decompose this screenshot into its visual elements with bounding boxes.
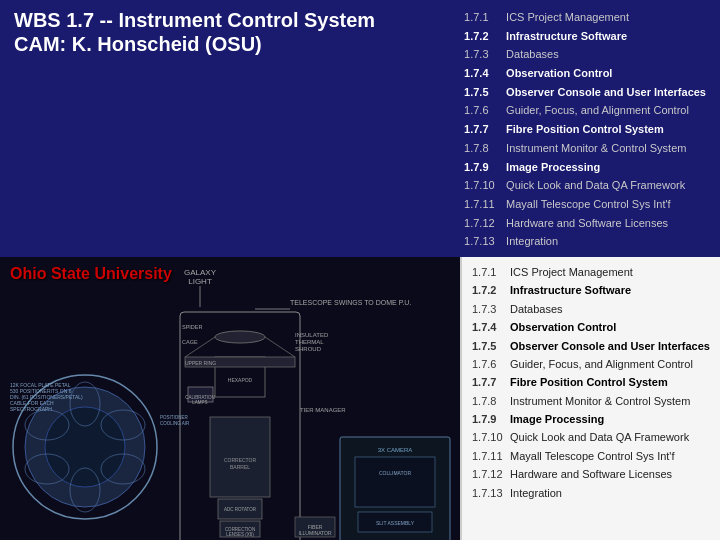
header-nav-item: 1.7.3Databases — [464, 45, 706, 64]
svg-point-21 — [215, 331, 265, 343]
nav-item-number: 1.7.4 — [472, 320, 510, 335]
title-line2: CAM: K. Honscheid (OSU) — [14, 33, 262, 55]
header-nav-item: 1.7.5Observer Console and User Interface… — [464, 83, 706, 102]
svg-text:THERMAL: THERMAL — [295, 339, 324, 345]
nav-item[interactable]: 1.7.4Observation Control — [472, 320, 710, 335]
telescope-diagram: GALAXY LIGHT 12K FOCAL PLA — [0, 257, 460, 540]
nav-item[interactable]: 1.7.10Quick Look and Data QA Framework — [472, 430, 710, 445]
svg-text:SLIT ASSEMBLY: SLIT ASSEMBLY — [376, 520, 415, 526]
main-content: Ohio State University GALAXY LIGHT — [0, 257, 720, 540]
header-nav-item: 1.7.9Image Processing — [464, 158, 706, 177]
nav-item-number: 1.7.6 — [472, 357, 510, 372]
svg-text:ILLUMINATOR: ILLUMINATOR — [298, 530, 332, 536]
svg-text:3X CAMERA: 3X CAMERA — [378, 447, 413, 453]
nav-item-number: 1.7.13 — [472, 486, 510, 501]
svg-text:TELESCOPE SWINGS TO DOME P.U.: TELESCOPE SWINGS TO DOME P.U. — [290, 299, 411, 306]
header-left: WBS 1.7 -- Instrument Control System CAM… — [14, 8, 375, 56]
svg-text:LIGHT: LIGHT — [188, 277, 212, 286]
nav-item-number: 1.7.9 — [472, 412, 510, 427]
svg-text:INSULATED: INSULATED — [295, 332, 329, 338]
nav-item-number: 1.7.2 — [472, 283, 510, 298]
nav-item-label: ICS Project Management — [510, 265, 633, 280]
header-nav-item: 1.7.1ICS Project Management — [464, 8, 706, 27]
svg-rect-55 — [355, 457, 435, 507]
header: WBS 1.7 -- Instrument Control System CAM… — [0, 0, 720, 257]
svg-text:COOLING AIR: COOLING AIR — [160, 421, 190, 426]
header-nav-item: 1.7.7Fibre Position Control System — [464, 120, 706, 139]
nav-item-number: 1.7.1 — [472, 265, 510, 280]
nav-item-label: Databases — [510, 302, 563, 317]
nav-item-number: 1.7.7 — [472, 375, 510, 390]
nav-item-label: Image Processing — [510, 412, 604, 427]
nav-item[interactable]: 1.7.3Databases — [472, 302, 710, 317]
svg-text:TIER MANAGER: TIER MANAGER — [300, 407, 346, 413]
header-nav-item: 1.7.10Quick Look and Data QA Framework — [464, 176, 706, 195]
header-nav-item: 1.7.12Hardware and Software Licenses — [464, 214, 706, 233]
nav-item-label: Infrastructure Software — [510, 283, 631, 298]
header-nav-item: 1.7.13Integration — [464, 232, 706, 251]
svg-text:UPPER RING: UPPER RING — [185, 360, 216, 366]
osu-label: Ohio State University — [10, 265, 172, 283]
header-nav-summary: 1.7.1ICS Project Management1.7.2Infrastr… — [464, 8, 706, 251]
nav-item-label: Instrument Monitor & Control System — [510, 394, 690, 409]
svg-text:CAGE: CAGE — [182, 339, 198, 345]
svg-text:COLLIMATOR: COLLIMATOR — [379, 470, 411, 476]
nav-item[interactable]: 1.7.9Image Processing — [472, 412, 710, 427]
nav-item-label: Quick Look and Data QA Framework — [510, 430, 689, 445]
nav-item[interactable]: 1.7.1ICS Project Management — [472, 265, 710, 280]
nav-item-number: 1.7.10 — [472, 430, 510, 445]
diagram-panel: Ohio State University GALAXY LIGHT — [0, 257, 460, 540]
svg-text:HEXAPOD: HEXAPOD — [228, 377, 253, 383]
nav-item-label: Hardware and Software Licenses — [510, 467, 672, 482]
nav-item-label: Guider, Focus, and Alignment Control — [510, 357, 693, 372]
nav-item-label: Integration — [510, 486, 562, 501]
nav-item[interactable]: 1.7.12Hardware and Software Licenses — [472, 467, 710, 482]
nav-item[interactable]: 1.7.5Observer Console and User Interface… — [472, 339, 710, 354]
header-nav-item: 1.7.8Instrument Monitor & Control System — [464, 139, 706, 158]
header-nav-item: 1.7.4Observation Control — [464, 64, 706, 83]
nav-item[interactable]: 1.7.7Fibre Position Control System — [472, 375, 710, 390]
svg-text:SHROUD: SHROUD — [295, 346, 322, 352]
header-nav-item: 1.7.2Infrastructure Software — [464, 27, 706, 46]
navigation-panel: 1.7.1ICS Project Management1.7.2Infrastr… — [460, 257, 720, 540]
svg-text:CORRECTOR: CORRECTOR — [224, 457, 257, 463]
svg-point-6 — [45, 407, 125, 487]
header-nav-item: 1.7.6Guider, Focus, and Alignment Contro… — [464, 101, 706, 120]
svg-text:SPECTROGRAPH: SPECTROGRAPH — [10, 406, 52, 412]
nav-item-label: Observer Console and User Interfaces — [510, 339, 710, 354]
svg-text:LENSES (X6): LENSES (X6) — [226, 532, 254, 537]
svg-text:POSITIONER: POSITIONER — [160, 415, 189, 420]
svg-text:SPIDER: SPIDER — [182, 324, 203, 330]
nav-item-label: Mayall Telescope Control Sys Int'f — [510, 449, 675, 464]
nav-item[interactable]: 1.7.6Guider, Focus, and Alignment Contro… — [472, 357, 710, 372]
page-title: WBS 1.7 -- Instrument Control System CAM… — [14, 8, 375, 56]
svg-text:LAMPS: LAMPS — [192, 400, 207, 405]
header-nav-item: 1.7.11Mayall Telescope Control Sys Int'f — [464, 195, 706, 214]
svg-text:GALAXY: GALAXY — [184, 268, 217, 277]
nav-item-number: 1.7.8 — [472, 394, 510, 409]
nav-item-number: 1.7.5 — [472, 339, 510, 354]
nav-item-number: 1.7.11 — [472, 449, 510, 464]
nav-item-label: Observation Control — [510, 320, 616, 335]
nav-item[interactable]: 1.7.13Integration — [472, 486, 710, 501]
nav-item-label: Fibre Position Control System — [510, 375, 668, 390]
nav-item-number: 1.7.3 — [472, 302, 510, 317]
nav-item[interactable]: 1.7.8Instrument Monitor & Control System — [472, 394, 710, 409]
nav-item-number: 1.7.12 — [472, 467, 510, 482]
title-line1: WBS 1.7 -- Instrument Control System — [14, 9, 375, 31]
svg-text:ADC ROTATOR: ADC ROTATOR — [224, 507, 257, 512]
svg-text:BARREL: BARREL — [230, 464, 250, 470]
nav-item[interactable]: 1.7.2Infrastructure Software — [472, 283, 710, 298]
nav-item[interactable]: 1.7.11Mayall Telescope Control Sys Int'f — [472, 449, 710, 464]
